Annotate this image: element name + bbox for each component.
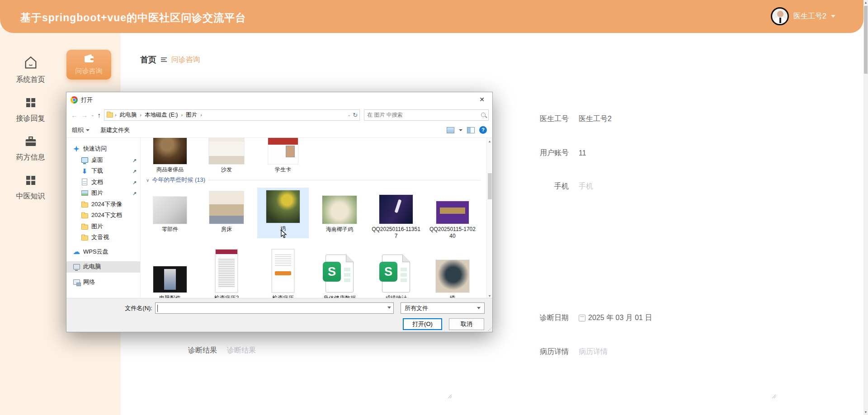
file-thumbnail: [379, 195, 413, 224]
textarea-resize-handle[interactable]: [771, 392, 776, 398]
file-item[interactable]: 学生卡: [257, 138, 309, 173]
folder-icon: [81, 212, 88, 219]
tree-item-folder[interactable]: 图片: [66, 221, 140, 232]
address-bar[interactable]: › 此电脑 › 本地磁盘 (E:) › 图片 › ⌄ ↻: [104, 109, 360, 121]
path-this-pc[interactable]: 此电脑: [118, 111, 138, 119]
avatar[interactable]: [771, 7, 789, 25]
tree-item-this-pc[interactable]: 此电脑: [66, 261, 140, 273]
cloud-icon: ☁: [73, 248, 80, 255]
file-item[interactable]: 商品奢侈品: [144, 138, 196, 173]
search-input[interactable]: [367, 112, 481, 118]
file-item[interactable]: 房床: [201, 189, 252, 233]
file-list-scrollbar[interactable]: ▲ ▼: [486, 138, 492, 300]
path-pictures[interactable]: 图片: [184, 111, 198, 119]
dialog-titlebar[interactable]: 打开 ✕: [66, 92, 492, 107]
breadcrumb-current[interactable]: 问诊咨询: [171, 55, 200, 65]
file-item[interactable]: 检查病历2: [201, 247, 252, 300]
doctor-label: 医生工号: [519, 114, 569, 124]
record-textarea[interactable]: 病历详情: [579, 347, 608, 357]
tree-item-downloads[interactable]: ⬇ 下载: [66, 165, 140, 177]
file-item[interactable]: QQ20250116-113517: [370, 189, 422, 240]
chevron-down-icon: [831, 15, 835, 18]
pictures-icon: [81, 189, 88, 197]
file-item[interactable]: 海南椰子鸡: [314, 189, 365, 233]
date-value: 2025 年 03 月 01 日: [588, 313, 652, 323]
desktop-icon: [81, 156, 88, 164]
forward-icon[interactable]: →: [81, 111, 88, 119]
file-group-header[interactable]: ∨ 今年的早些时候 (13): [146, 176, 481, 184]
preview-pane-icon[interactable]: [467, 127, 475, 133]
user-name: 医生工号2: [793, 12, 826, 21]
tree-item-documents[interactable]: 文档: [66, 177, 140, 188]
textarea-resize-handle[interactable]: [447, 392, 452, 398]
scroll-down-icon[interactable]: ▼: [863, 410, 868, 415]
file-item[interactable]: 电脑配件: [144, 247, 196, 300]
network-icon: [73, 278, 80, 286]
result-label: 诊断结果: [167, 346, 217, 355]
mouse-cursor: [280, 230, 288, 241]
help-icon[interactable]: ?: [479, 126, 487, 134]
sidebar-item-home[interactable]: 系统首页: [0, 55, 61, 85]
tree-item-folder[interactable]: 2024下文档: [66, 210, 140, 221]
phone-label: 手机: [519, 182, 569, 191]
file-item[interactable]: S 成绩统计: [370, 247, 422, 300]
filetype-select[interactable]: 所有文件: [401, 302, 485, 314]
dialog-resize-grip[interactable]: ⋰: [488, 327, 492, 331]
file-list: 商品奢侈品 沙发 学生卡 ∨ 今年的早些时候 (13) 零部件: [140, 138, 492, 300]
view-mode-icon[interactable]: [447, 127, 454, 133]
address-dropdown-icon[interactable]: ⌄: [348, 113, 351, 117]
path-drive-e[interactable]: 本地磁盘 (E:): [143, 111, 179, 119]
sidebar-item-label: 药方信息: [0, 153, 61, 162]
view-dropdown-icon[interactable]: [459, 129, 462, 131]
page-scrollbar-thumb[interactable]: [864, 6, 868, 74]
open-button[interactable]: 打开(O): [403, 318, 442, 330]
sidebar-item-knowledge[interactable]: 中医知识: [0, 174, 61, 201]
organize-button[interactable]: 组织: [72, 126, 90, 134]
refresh-icon[interactable]: ↻: [353, 112, 358, 118]
file-item[interactable]: 绣: [427, 247, 478, 300]
new-folder-button[interactable]: 新建文件夹: [100, 126, 130, 134]
tree-item-network[interactable]: 网络: [66, 277, 140, 288]
breadcrumb-separator-icon: [161, 57, 167, 63]
history-chevron-icon[interactable]: ⌄: [91, 113, 94, 117]
submenu-item-consult[interactable]: 问诊咨询: [66, 50, 111, 80]
tree-item-quick-access[interactable]: 快速访问: [66, 143, 140, 155]
file-item[interactable]: QQ20250115-170240: [427, 189, 478, 240]
account-label: 用户账号: [519, 148, 569, 158]
file-thumbnail: [209, 138, 244, 164]
sidebar-item-replies[interactable]: 接诊回复: [0, 96, 61, 123]
tree-item-folder[interactable]: 2024下录像: [66, 199, 140, 210]
phone-input[interactable]: 手机: [579, 182, 593, 191]
close-icon[interactable]: ✕: [472, 92, 492, 107]
file-item[interactable]: 沙发: [201, 138, 252, 173]
date-picker[interactable]: 2025 年 03 月 01 日: [579, 313, 652, 323]
search-icon: [481, 113, 486, 117]
file-thumbnail: [268, 138, 298, 164]
sidebar-item-label: 接诊回复: [0, 114, 61, 123]
breadcrumb-home[interactable]: 首页: [140, 54, 156, 65]
file-item[interactable]: 检查病历: [257, 247, 309, 300]
up-icon[interactable]: ↑: [98, 111, 101, 119]
tree-item-folder[interactable]: 文音视: [66, 232, 140, 243]
sidebar-item-prescriptions[interactable]: 药方信息: [0, 135, 61, 162]
back-icon[interactable]: ←: [71, 111, 78, 119]
tree-item-desktop[interactable]: 桌面: [66, 155, 140, 166]
dialog-navbar: ← → ⌄ ↑ › 此电脑 › 本地磁盘 (E:) › 图片 › ⌄ ↻: [66, 107, 492, 123]
file-thumbnail: [322, 196, 357, 224]
scrollbar-thumb[interactable]: [488, 173, 492, 199]
scroll-up-icon[interactable]: ▲: [863, 0, 868, 5]
user-menu[interactable]: 医生工号2: [771, 7, 835, 25]
search-box[interactable]: [364, 109, 489, 121]
scroll-up-icon[interactable]: ▲: [487, 139, 492, 144]
filename-input[interactable]: [155, 302, 394, 314]
cancel-button[interactable]: 取消: [449, 318, 484, 330]
tree-item-pictures[interactable]: 图片: [66, 188, 140, 199]
tree-item-wps-cloud[interactable]: ☁ WPS云盘: [66, 246, 140, 258]
chevron-right-icon: ›: [181, 112, 183, 118]
wps-sheet-icon: S: [326, 255, 354, 292]
file-item[interactable]: 零部件: [144, 189, 196, 233]
file-item[interactable]: S 身体健康数据: [314, 247, 365, 300]
filename-dropdown-icon[interactable]: [387, 307, 391, 309]
page-scrollbar[interactable]: ▲ ▼: [863, 0, 868, 415]
result-textarea[interactable]: 诊断结果: [227, 346, 256, 355]
